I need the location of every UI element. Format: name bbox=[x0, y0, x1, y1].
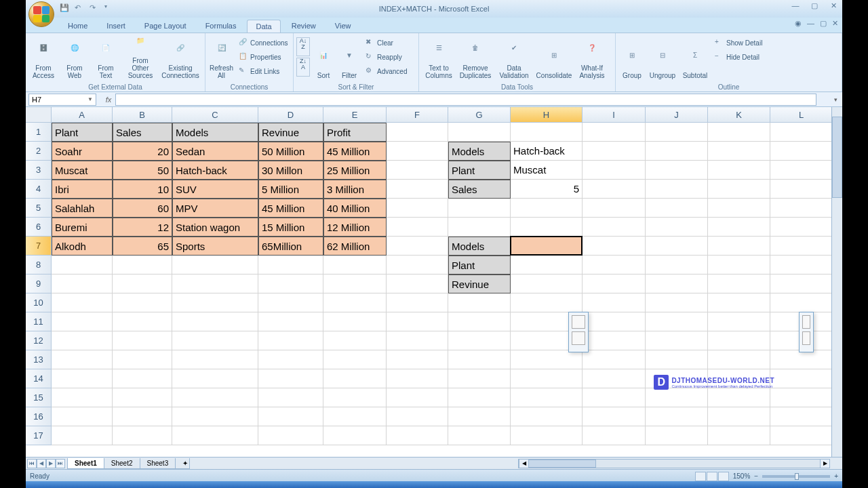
row-header-13[interactable]: 13 bbox=[26, 350, 52, 369]
tab-insert[interactable]: Insert bbox=[98, 20, 134, 33]
cell-H14[interactable] bbox=[511, 369, 583, 388]
cell-F7[interactable] bbox=[387, 237, 448, 256]
cell-B17[interactable] bbox=[113, 426, 172, 445]
cell-G8[interactable]: Plant bbox=[448, 256, 511, 274]
cell-H15[interactable] bbox=[511, 388, 583, 407]
cell-G10[interactable] bbox=[448, 293, 511, 312]
cell-B1[interactable]: Sales bbox=[113, 123, 172, 142]
help-icon[interactable]: ◉ bbox=[795, 19, 802, 28]
tab-data[interactable]: Data bbox=[247, 20, 280, 33]
ribbon-close-button[interactable]: ✕ bbox=[832, 19, 838, 28]
cell-I10[interactable] bbox=[583, 293, 646, 312]
remove-duplicates-button[interactable]: 🗑Remove Duplicates bbox=[457, 35, 494, 81]
cell-I6[interactable] bbox=[583, 218, 646, 237]
tab-view[interactable]: View bbox=[327, 20, 359, 33]
cell-A11[interactable] bbox=[52, 312, 113, 331]
cell-A1[interactable]: Plant bbox=[52, 123, 113, 142]
vertical-scrollbar[interactable] bbox=[831, 107, 842, 457]
tab-formulas[interactable]: Formulas bbox=[197, 20, 245, 33]
cell-D10[interactable] bbox=[258, 293, 323, 312]
cell-L4[interactable] bbox=[770, 180, 833, 199]
cell-D7[interactable]: 65Million bbox=[258, 237, 323, 256]
cell-F1[interactable] bbox=[387, 123, 448, 142]
from-web-button[interactable]: 🌐From Web bbox=[60, 35, 90, 81]
cell-L10[interactable] bbox=[770, 293, 833, 312]
cell-L17[interactable] bbox=[770, 426, 833, 445]
cell-L15[interactable] bbox=[770, 388, 833, 407]
dialog-fragment-right[interactable] bbox=[799, 312, 814, 352]
cell-E16[interactable] bbox=[323, 407, 387, 426]
cell-E14[interactable] bbox=[323, 369, 387, 388]
cell-G1[interactable] bbox=[448, 123, 511, 142]
cell-L8[interactable] bbox=[770, 256, 833, 274]
cell-E4[interactable]: 3 Million bbox=[323, 180, 387, 199]
cell-H3[interactable]: Muscat bbox=[511, 161, 583, 180]
cell-F8[interactable] bbox=[387, 256, 448, 274]
cell-J8[interactable] bbox=[646, 256, 708, 274]
cell-I2[interactable] bbox=[583, 142, 646, 161]
cell-D14[interactable] bbox=[258, 369, 323, 388]
horizontal-scrollbar[interactable]: ◀▶ bbox=[518, 459, 830, 468]
cell-I11[interactable] bbox=[583, 312, 646, 331]
cell-B9[interactable] bbox=[113, 274, 172, 293]
cell-J17[interactable] bbox=[646, 426, 708, 445]
existing-connections-button[interactable]: 🔗Existing Connections bbox=[160, 35, 201, 81]
row-header-6[interactable]: 6 bbox=[26, 218, 52, 237]
cell-B14[interactable] bbox=[113, 369, 172, 388]
row-header-4[interactable]: 4 bbox=[26, 180, 52, 199]
cell-D15[interactable] bbox=[258, 388, 323, 407]
cell-I16[interactable] bbox=[583, 407, 646, 426]
cell-F5[interactable] bbox=[387, 199, 448, 218]
from-text-button[interactable]: 📄From Text bbox=[91, 35, 121, 81]
row-header-5[interactable]: 5 bbox=[26, 199, 52, 218]
cell-H7[interactable] bbox=[511, 237, 583, 256]
dialog-fragment[interactable] bbox=[568, 312, 589, 352]
column-header-L[interactable]: L bbox=[770, 107, 833, 123]
cell-E5[interactable]: 40 Million bbox=[323, 199, 387, 218]
cell-E9[interactable] bbox=[323, 274, 387, 293]
sort-button[interactable]: 📊Sort bbox=[311, 35, 336, 81]
cell-A17[interactable] bbox=[52, 426, 113, 445]
close-button[interactable]: ✕ bbox=[827, 1, 840, 11]
sheet-tab-sheet1[interactable]: Sheet1 bbox=[67, 458, 104, 469]
cell-J13[interactable] bbox=[646, 350, 708, 369]
cell-A6[interactable]: Buremi bbox=[52, 218, 113, 237]
windows-taskbar[interactable] bbox=[26, 481, 842, 488]
cell-B5[interactable]: 60 bbox=[113, 199, 172, 218]
data-validation-button[interactable]: ✔Data Validation bbox=[495, 35, 533, 81]
cell-D11[interactable] bbox=[258, 312, 323, 331]
cell-L6[interactable] bbox=[770, 218, 833, 237]
cell-H2[interactable]: Hatch-back bbox=[511, 142, 583, 161]
refresh-all-button[interactable]: 🔄Refresh All bbox=[208, 35, 235, 81]
cell-H4[interactable]: 5 bbox=[511, 180, 583, 199]
cell-H16[interactable] bbox=[511, 407, 583, 426]
cell-J6[interactable] bbox=[646, 218, 708, 237]
cell-K2[interactable] bbox=[708, 142, 770, 161]
column-header-I[interactable]: I bbox=[583, 107, 646, 123]
cell-E13[interactable] bbox=[323, 350, 387, 369]
cell-C5[interactable]: MPV bbox=[172, 199, 258, 218]
row-header-1[interactable]: 1 bbox=[26, 123, 52, 142]
cell-J4[interactable] bbox=[646, 180, 708, 199]
cell-C7[interactable]: Sports bbox=[172, 237, 258, 256]
cell-I7[interactable] bbox=[583, 237, 646, 256]
filter-button[interactable]: ▼Filter bbox=[337, 35, 361, 81]
cell-B6[interactable]: 12 bbox=[113, 218, 172, 237]
cell-L13[interactable] bbox=[770, 350, 833, 369]
subtotal-button[interactable]: ΣSubtotal bbox=[679, 35, 711, 81]
cell-F6[interactable] bbox=[387, 218, 448, 237]
chevron-down-icon[interactable]: ▼ bbox=[87, 96, 93, 102]
ribbon-restore-button[interactable]: ▢ bbox=[820, 19, 827, 28]
cell-J2[interactable] bbox=[646, 142, 708, 161]
cell-K4[interactable] bbox=[708, 180, 770, 199]
cell-G14[interactable] bbox=[448, 369, 511, 388]
cell-E2[interactable]: 45 Million bbox=[323, 142, 387, 161]
cell-C3[interactable]: Hatch-back bbox=[172, 161, 258, 180]
cell-K16[interactable] bbox=[708, 407, 770, 426]
cell-G2[interactable]: Models bbox=[448, 142, 511, 161]
row-header-11[interactable]: 11 bbox=[26, 312, 52, 331]
cell-J1[interactable] bbox=[646, 123, 708, 142]
column-header-D[interactable]: D bbox=[258, 107, 323, 123]
name-box[interactable]: H7▼ bbox=[28, 94, 96, 106]
cell-B15[interactable] bbox=[113, 388, 172, 407]
